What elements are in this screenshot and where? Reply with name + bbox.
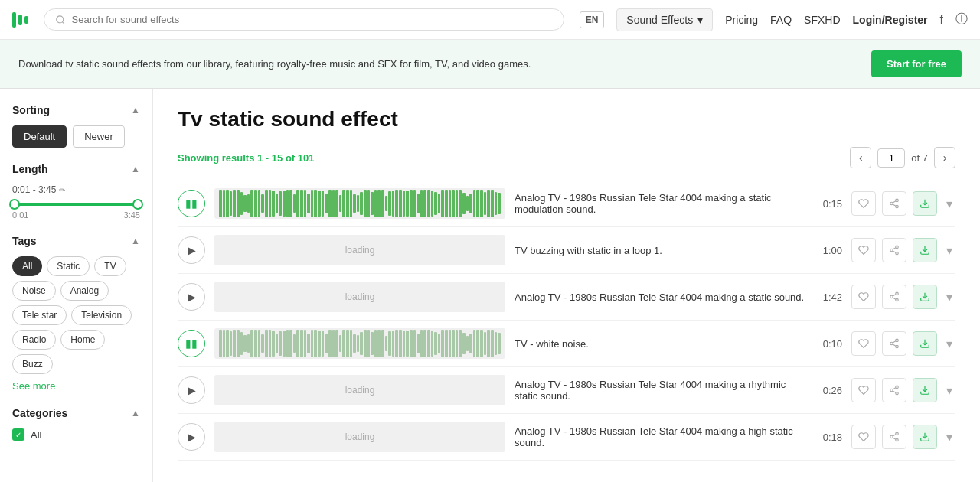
waveform-bar <box>272 331 275 357</box>
slider-thumb-left[interactable] <box>9 199 20 210</box>
waveform-bar <box>427 330 430 357</box>
expand-icon[interactable]: ▾ <box>943 194 956 214</box>
expand-icon[interactable]: ▾ <box>943 334 956 354</box>
download-button[interactable] <box>913 378 937 402</box>
tag-buzz[interactable]: Buzz <box>12 354 53 374</box>
sorting-chevron-icon: ▲ <box>131 105 140 116</box>
play-button[interactable]: ▶ <box>178 283 205 311</box>
waveform-bar <box>357 195 360 211</box>
length-header[interactable]: Length ▲ <box>12 163 140 175</box>
like-button[interactable] <box>851 285 876 309</box>
share-button[interactable] <box>882 331 906 356</box>
pagination-next[interactable]: › <box>934 147 956 168</box>
waveform-bar <box>434 332 437 356</box>
waveform-bar <box>258 190 261 217</box>
page-input[interactable] <box>877 148 905 168</box>
waveform-bar <box>498 333 501 355</box>
waveform <box>214 328 505 359</box>
results-text: Showing results 1 - 15 of 101 <box>178 152 314 164</box>
svg-line-35 <box>893 438 896 439</box>
tag-noise[interactable]: Noise <box>12 281 56 301</box>
waveform-bar <box>403 331 406 357</box>
svg-line-36 <box>893 435 896 436</box>
facebook-icon[interactable]: f <box>940 13 943 27</box>
waveform-bar <box>314 330 317 357</box>
expand-icon[interactable]: ▾ <box>943 427 956 448</box>
expand-icon[interactable]: ▾ <box>943 240 956 261</box>
play-button[interactable]: ▶ <box>178 236 205 264</box>
tag-television[interactable]: Television <box>71 305 132 325</box>
expand-icon[interactable]: ▾ <box>943 380 956 401</box>
login-button[interactable]: Login/Register <box>853 14 928 26</box>
share-button[interactable] <box>882 238 906 262</box>
waveform-bar <box>276 194 279 214</box>
waveform-bar <box>416 334 420 353</box>
download-button[interactable] <box>913 285 937 309</box>
svg-point-14 <box>896 292 899 295</box>
tag-tele-star[interactable]: Tele star <box>12 305 67 325</box>
instagram-icon[interactable]: Ⓘ <box>956 11 968 28</box>
share-button[interactable] <box>882 191 906 216</box>
search-input[interactable] <box>72 14 553 25</box>
tag-radio[interactable]: Radio <box>12 330 56 350</box>
sorting-buttons: Default Newer <box>12 125 140 148</box>
waveform-bar <box>385 336 388 352</box>
share-button[interactable] <box>882 285 906 309</box>
tag-static[interactable]: Static <box>47 256 90 276</box>
length-slider[interactable] <box>12 203 140 206</box>
pricing-link[interactable]: Pricing <box>725 14 758 26</box>
waveform-bar <box>304 330 307 357</box>
share-button[interactable] <box>882 425 906 449</box>
waveform-bar <box>304 190 307 217</box>
sorting-header[interactable]: Sorting ▲ <box>12 104 140 116</box>
download-button[interactable] <box>913 238 937 262</box>
waveform-bar <box>381 330 384 357</box>
sfxhd-link[interactable]: SFXHD <box>804 14 840 26</box>
start-free-button[interactable]: Start for free <box>871 50 962 77</box>
tags-header[interactable]: Tags ▲ <box>12 235 140 247</box>
slider-thumb-right[interactable] <box>132 199 143 210</box>
sound-duration: 1:00 <box>815 245 842 256</box>
play-button[interactable]: ▶ <box>178 376 205 404</box>
tag-tv[interactable]: TV <box>94 256 126 276</box>
waveform-bar <box>441 190 444 217</box>
sound-duration: 1:42 <box>815 291 842 303</box>
slider-labels: 0:01 3:45 <box>12 210 140 220</box>
download-button[interactable] <box>913 191 937 216</box>
like-button[interactable] <box>851 331 876 356</box>
category-checkbox[interactable]: ✓ <box>12 428 24 441</box>
like-button[interactable] <box>851 425 876 449</box>
faq-link[interactable]: FAQ <box>770 14 792 26</box>
category-item: ✓ All <box>12 428 140 441</box>
waveform-bar <box>322 191 325 216</box>
waveform-bar <box>226 190 229 217</box>
play-button[interactable]: ▮▮ <box>178 190 205 217</box>
sound-effects-menu[interactable]: Sound Effects ▾ <box>616 8 713 31</box>
like-button[interactable] <box>851 378 876 402</box>
waveform: loading <box>214 422 505 452</box>
expand-icon[interactable]: ▾ <box>943 287 956 308</box>
tag-home[interactable]: Home <box>60 330 105 350</box>
sound-title: TV - white noise. <box>514 338 805 350</box>
sort-newer-button[interactable]: Newer <box>73 125 125 148</box>
sort-default-button[interactable]: Default <box>12 125 67 148</box>
like-button[interactable] <box>851 191 876 216</box>
lang-badge[interactable]: EN <box>580 11 605 28</box>
edit-icon[interactable]: ✏ <box>59 186 65 194</box>
share-button[interactable] <box>882 378 906 402</box>
waveform-bar <box>449 330 452 357</box>
waveform-bar <box>377 190 381 217</box>
waveform-bar <box>335 190 338 217</box>
see-more-link[interactable]: See more <box>12 380 140 392</box>
categories-header[interactable]: Categories ▲ <box>12 407 140 419</box>
download-button[interactable] <box>913 331 937 356</box>
tag-analog[interactable]: Analog <box>60 281 109 301</box>
download-button[interactable] <box>913 425 937 449</box>
length-title: Length <box>12 163 48 175</box>
play-button[interactable]: ▶ <box>178 423 205 451</box>
waveform-bar <box>456 190 459 217</box>
pagination-prev[interactable]: ‹ <box>850 147 871 168</box>
like-button[interactable] <box>851 238 876 262</box>
play-button[interactable]: ▮▮ <box>178 330 205 357</box>
tag-all[interactable]: All <box>12 256 42 276</box>
